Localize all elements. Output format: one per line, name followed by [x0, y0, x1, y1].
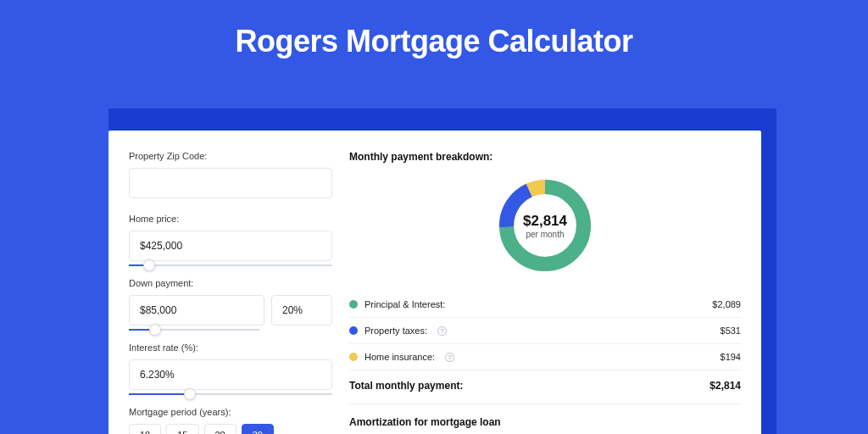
total-label: Total monthly payment:	[349, 380, 463, 392]
interest-label: Interest rate (%):	[129, 342, 332, 353]
home-price-input[interactable]	[129, 231, 332, 261]
down-payment-block: Down payment:	[129, 278, 332, 331]
payment-donut-chart: $2,814 per month	[494, 175, 596, 276]
page-title: Rogers Mortgage Calculator	[0, 0, 868, 78]
donut-wrap: $2,814 per month	[349, 175, 741, 276]
legend-label: Property taxes:	[364, 326, 427, 336]
results-column: Monthly payment breakdown: $2,814 per mo…	[349, 151, 741, 434]
help-icon[interactable]: ?	[437, 326, 447, 336]
help-icon[interactable]: ?	[445, 353, 454, 362]
amortization-title: Amortization for mortgage loan	[349, 416, 741, 428]
zip-label: Property Zip Code:	[129, 151, 332, 161]
home-price-slider-thumb[interactable]	[143, 259, 155, 271]
legend-row: Home insurance:?$194	[349, 343, 741, 370]
legend-dot-icon	[349, 353, 358, 361]
period-option-30[interactable]: 30	[242, 424, 274, 434]
home-price-label: Home price:	[129, 214, 332, 224]
down-payment-input[interactable]	[129, 295, 264, 326]
zip-input[interactable]	[129, 168, 332, 198]
legend-dot-icon	[349, 300, 358, 309]
total-row: Total monthly payment: $2,814	[349, 370, 741, 403]
interest-slider[interactable]	[129, 393, 332, 395]
total-value: $2,814	[709, 380, 741, 392]
down-payment-slider[interactable]	[129, 329, 259, 331]
legend-value: $194	[721, 352, 741, 362]
interest-slider-fill	[129, 393, 190, 395]
home-price-block: Home price:	[129, 214, 332, 266]
period-option-10[interactable]: 10	[129, 424, 161, 434]
legend-value: $531	[721, 326, 741, 336]
legend-label: Home insurance:	[364, 352, 435, 362]
calculator-card: Property Zip Code: Home price: Down paym…	[108, 131, 761, 434]
down-payment-slider-thumb[interactable]	[149, 324, 161, 336]
legend-row: Principal & Interest:$2,089	[349, 292, 741, 317]
interest-input[interactable]	[129, 359, 332, 390]
period-options: 10152030	[129, 424, 332, 434]
period-label: Mortgage period (years):	[129, 407, 332, 417]
breakdown-title: Monthly payment breakdown:	[349, 151, 741, 163]
legend-value: $2,089	[712, 299, 741, 309]
down-payment-label: Down payment:	[129, 278, 332, 288]
interest-slider-thumb[interactable]	[184, 388, 196, 400]
form-column: Property Zip Code: Home price: Down paym…	[129, 151, 332, 434]
zip-field-block: Property Zip Code:	[129, 151, 332, 202]
donut-sub: per month	[526, 230, 564, 239]
home-price-slider[interactable]	[129, 264, 332, 266]
period-block: Mortgage period (years): 10152030	[129, 407, 332, 434]
legend-dot-icon	[349, 326, 358, 335]
period-option-20[interactable]: 20	[204, 424, 236, 434]
interest-block: Interest rate (%):	[129, 342, 332, 395]
donut-amount: $2,814	[523, 213, 567, 230]
legend-label: Principal & Interest:	[364, 299, 445, 309]
down-payment-pct-input[interactable]	[271, 295, 332, 326]
amortization-block: Amortization for mortgage loan Amortizat…	[349, 403, 741, 434]
donut-center: $2,814 per month	[494, 175, 596, 276]
period-option-15[interactable]: 15	[166, 424, 198, 434]
breakdown-legend: Principal & Interest:$2,089Property taxe…	[349, 292, 741, 370]
legend-row: Property taxes:?$531	[349, 317, 741, 343]
